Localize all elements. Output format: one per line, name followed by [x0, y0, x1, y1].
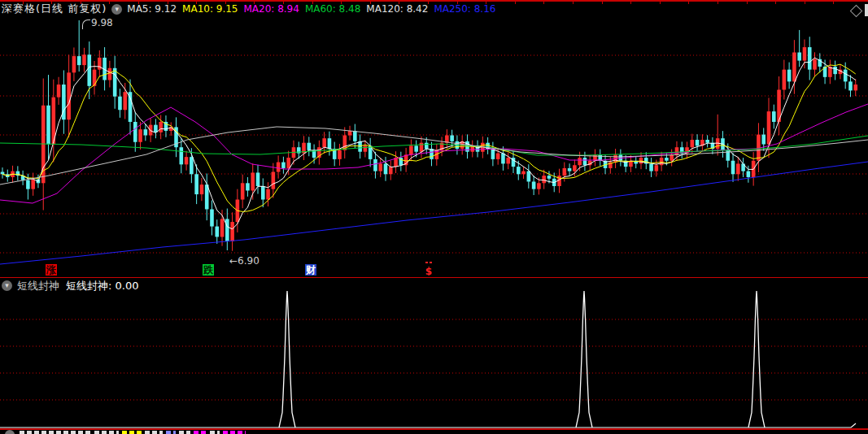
candle-body: [568, 168, 572, 171]
candle-body: [384, 163, 388, 174]
marker-badge-rise[interactable]: 涨: [46, 264, 57, 276]
candle-body: [251, 172, 255, 190]
candle-body: [286, 158, 290, 168]
candle-body: [31, 180, 35, 189]
candle-body: [46, 106, 50, 145]
candle-body: [246, 183, 250, 190]
candle-body: [200, 184, 204, 194]
low-price-annotation: ←6.90: [229, 255, 260, 267]
candle-body: [67, 72, 71, 119]
candle-body: [705, 140, 709, 143]
peak-arrow-icon: [82, 20, 90, 29]
indicator-spike: [576, 291, 592, 427]
candle-body: [328, 138, 332, 149]
candle-body: [767, 111, 771, 144]
candle-body: [542, 176, 546, 183]
candle-body: [797, 53, 801, 61]
candle-body: [853, 85, 857, 90]
candle-body: [414, 145, 418, 151]
candle-body: [496, 154, 500, 159]
candle-body: [210, 209, 214, 226]
candle-body: [129, 92, 133, 122]
candle-body: [118, 97, 122, 111]
candle-body: [215, 227, 219, 237]
candle-body: [675, 147, 679, 154]
chevron-down-circle-icon[interactable]: ▾: [111, 4, 122, 15]
candle-body: [665, 158, 669, 161]
candle-body: [1, 172, 5, 175]
candle-body: [731, 161, 735, 175]
candle-body: [87, 54, 91, 86]
candle-body: [450, 136, 454, 141]
candle-body: [159, 122, 163, 132]
candle-body: [506, 158, 510, 163]
indicator-name: 短线封神: [17, 279, 59, 293]
indicator-baseline: [0, 423, 856, 427]
candle-body: [527, 171, 531, 182]
candle-body: [803, 47, 807, 61]
candle-body: [364, 145, 368, 151]
candle-body: [373, 159, 377, 171]
candle-body: [82, 54, 86, 65]
truncated-text-fragment: [179, 431, 190, 434]
candle-body: [808, 47, 812, 70]
candle-body: [26, 180, 30, 189]
candle-body: [772, 111, 776, 122]
dollar-marker-text: $: [425, 266, 432, 277]
stock-title: 深赛格(日线 前复权): [2, 2, 107, 16]
candle-body: [430, 149, 434, 159]
candle-body: [194, 174, 198, 194]
app-window: 深赛格(日线 前复权) ▾ MA5: 9.12 MA10: 9.15 MA20:…: [0, 0, 868, 434]
ma250-label: MA250: 8.16: [434, 3, 495, 15]
dollar-marker-icon[interactable]: $: [424, 266, 434, 277]
candle-body: [844, 70, 848, 82]
truncated-text-fragment: [145, 431, 163, 434]
candlestick-chart-canvas[interactable]: [0, 0, 868, 434]
candle-body: [563, 168, 567, 176]
candle-body: [281, 163, 286, 168]
candle-body: [272, 172, 276, 189]
indicator-spike: [279, 291, 295, 427]
candle-body: [180, 147, 184, 164]
candle-body: [138, 129, 142, 142]
candle-body: [501, 154, 505, 164]
chevron-down-circle-icon[interactable]: [5, 430, 15, 434]
candle-body: [338, 150, 342, 159]
candle-body: [578, 158, 582, 165]
indicator-spike: [748, 291, 765, 427]
candle-body: [108, 68, 112, 80]
candle-body: [266, 189, 270, 200]
candle-body: [787, 70, 792, 82]
main-chart-header: 深赛格(日线 前复权) ▾ MA5: 9.12 MA10: 9.15 MA20:…: [2, 2, 501, 15]
candle-body: [378, 163, 382, 171]
candle-body: [358, 141, 362, 152]
candle-body: [230, 222, 234, 241]
candle-body: [389, 167, 393, 174]
candle-body: [670, 154, 674, 160]
candle-body: [833, 67, 837, 74]
partial-icon[interactable]: [865, 4, 868, 16]
candle-body: [792, 53, 796, 82]
candle-body: [547, 176, 552, 179]
truncated-text-fragment: [210, 431, 220, 434]
truncated-text-fragment: [20, 431, 91, 434]
marker-badge-finance[interactable]: 财: [305, 264, 316, 276]
candle-body: [583, 158, 587, 165]
ma-line-MA60: [0, 136, 868, 155]
candle-body: [190, 157, 194, 174]
chevron-down-circle-icon[interactable]: ▾: [2, 280, 12, 291]
truncated-text-fragment: [122, 431, 142, 434]
candle-body: [573, 165, 577, 171]
candle-body: [660, 158, 664, 165]
candle-body: [277, 163, 281, 172]
truncated-text-fragment: [194, 431, 207, 434]
candle-body: [747, 171, 751, 177]
indicator-value-label: 短线封神: 0.00: [66, 279, 138, 293]
candle-body: [57, 85, 61, 98]
marker-badge-fall[interactable]: 跌: [203, 264, 214, 276]
ma5-label: MA5: 9.12: [127, 3, 177, 15]
truncated-text-fragment: [166, 431, 176, 434]
truncated-text-fragment: [94, 431, 119, 434]
candle-body: [532, 181, 536, 189]
peak-price-annotation: 9.98: [91, 17, 113, 28]
